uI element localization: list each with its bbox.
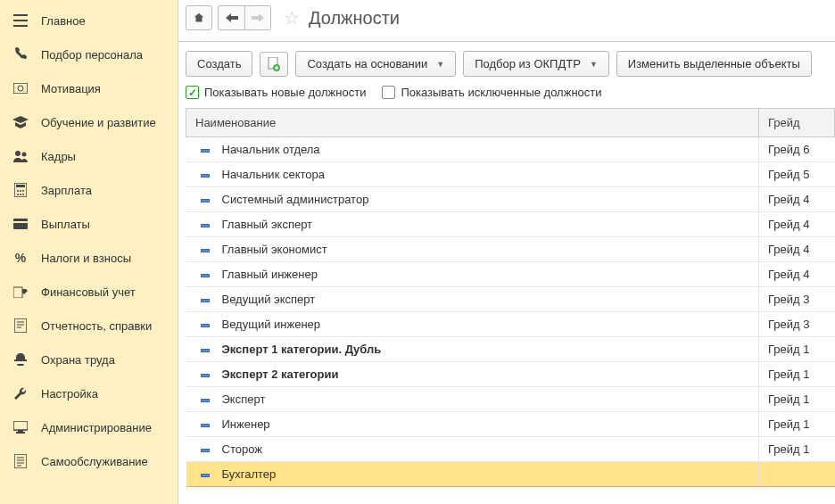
favorite-icon[interactable]: ☆: [284, 7, 300, 29]
row-marker-icon: [201, 249, 210, 252]
admin-icon: [12, 419, 29, 435]
percent-icon: %: [12, 250, 29, 266]
cell-grade: Грейд 3: [759, 312, 835, 337]
table-row[interactable]: Главный эксперт Грейд 4: [186, 212, 835, 237]
table-row[interactable]: Ведущий эксперт Грейд 3: [186, 287, 835, 312]
checkbox-icon: [382, 86, 395, 99]
create-copy-button[interactable]: [260, 52, 288, 77]
cell-name: Бухгалтер: [186, 462, 759, 487]
table-row[interactable]: Системный администратор Грейд 4: [186, 187, 835, 212]
table-row[interactable]: Начальник сектора Грейд 5: [186, 162, 835, 187]
checkbox-label: Показывать новые должности: [204, 86, 366, 99]
main-content: ☆ Должности Создать Создать на основании…: [178, 0, 835, 504]
row-marker-icon: [201, 399, 210, 402]
cell-name: Инженер: [186, 412, 759, 437]
table-row[interactable]: Инженер Грейд 1: [186, 412, 835, 437]
positions-table: Наименование Грейд Начальник отдела Грей…: [186, 109, 835, 487]
checkbox-label: Показывать исключенные должности: [401, 86, 601, 99]
toolbar: Создать Создать на основании ▼ Подбор из…: [178, 42, 835, 86]
svg-rect-18: [16, 432, 25, 434]
table-row[interactable]: Главный экономист Грейд 4: [186, 237, 835, 262]
sidebar-item-label: Обучение и развитие: [41, 116, 165, 129]
sidebar-item-label: Мотивация: [41, 82, 165, 95]
row-marker-icon: [201, 374, 210, 377]
cell-grade: Грейд 4: [759, 237, 835, 262]
create-button[interactable]: Создать: [186, 51, 252, 77]
calc-icon: [12, 182, 29, 198]
cell-name: Начальник сектора: [186, 162, 759, 187]
sidebar-item-6[interactable]: Выплаты: [0, 207, 178, 241]
table-row[interactable]: Главный инженер Грейд 4: [186, 262, 835, 287]
sidebar-item-8[interactable]: Финансовый учет: [0, 275, 178, 309]
finance-icon: [12, 284, 29, 300]
table-row[interactable]: Эксперт 1 категории. Дубль Грейд 1: [186, 337, 835, 362]
svg-rect-16: [13, 421, 28, 430]
svg-point-10: [20, 194, 21, 195]
cell-grade: [759, 462, 835, 487]
cell-grade: Грейд 1: [759, 362, 835, 387]
sidebar-item-4[interactable]: Кадры: [0, 139, 178, 173]
sidebar-item-label: Налоги и взносы: [41, 252, 165, 265]
sidebar-item-7[interactable]: % Налоги и взносы: [0, 241, 178, 275]
sidebar-item-11[interactable]: Настройка: [0, 376, 178, 410]
document-plus-icon: [268, 57, 280, 71]
show-excluded-checkbox[interactable]: Показывать исключенные должности: [382, 86, 601, 99]
svg-point-2: [15, 151, 21, 156]
row-marker-icon: [201, 274, 210, 277]
sidebar-item-0[interactable]: Главное: [0, 4, 178, 37]
table-row[interactable]: Сторож Грейд 1: [186, 437, 835, 462]
svg-rect-14: [13, 287, 22, 298]
sidebar-item-5[interactable]: Зарплата: [0, 173, 178, 207]
checkbox-icon: [186, 86, 199, 99]
sidebar-item-label: Самообслуживание: [41, 455, 165, 468]
cell-name: Главный эксперт: [186, 212, 759, 237]
table-row[interactable]: Начальник отдела Грейд 6: [186, 137, 835, 162]
nav-buttons: [218, 5, 271, 30]
row-marker-icon: [201, 174, 210, 178]
sidebar-item-10[interactable]: Охрана труда: [0, 343, 178, 376]
sidebar-item-13[interactable]: Самообслуживание: [0, 444, 178, 478]
change-selected-button[interactable]: Изменить выделенные объекты: [616, 51, 812, 77]
sidebar-item-label: Главное: [41, 14, 165, 28]
phone-icon: [12, 46, 29, 62]
cell-grade: Грейд 1: [759, 412, 835, 437]
column-header-grade[interactable]: Грейд: [759, 109, 835, 137]
back-button[interactable]: [218, 5, 244, 30]
svg-rect-19: [14, 454, 27, 468]
forward-button[interactable]: [244, 5, 271, 30]
positions-table-wrap: Наименование Грейд Начальник отдела Грей…: [186, 108, 835, 504]
cell-grade: Грейд 4: [759, 212, 835, 237]
table-row[interactable]: Ведущий инженер Грейд 3: [186, 312, 835, 337]
cell-name: Ведущий инженер: [186, 312, 759, 337]
show-new-checkbox[interactable]: Показывать новые должности: [186, 86, 366, 99]
cell-grade: Грейд 4: [759, 262, 835, 287]
table-row[interactable]: Бухгалтер: [186, 462, 835, 487]
cell-name: Главный инженер: [186, 262, 759, 287]
svg-point-7: [20, 190, 21, 192]
sidebar-item-label: Настройка: [41, 387, 165, 401]
self-icon: [12, 453, 29, 469]
table-row[interactable]: Эксперт 2 категории Грейд 1: [186, 362, 835, 387]
sidebar-item-3[interactable]: Обучение и развитие: [0, 105, 178, 139]
svg-rect-0: [13, 83, 28, 94]
sidebar-item-12[interactable]: Администрирование: [0, 410, 178, 444]
title-bar: ☆ Должности: [178, 0, 835, 42]
pick-button[interactable]: Подбор из ОКПДТР ▼: [463, 51, 609, 77]
sidebar-item-9[interactable]: Отчетность, справки: [0, 309, 178, 343]
cell-grade: Грейд 5: [759, 162, 835, 187]
wallet-icon: [12, 216, 29, 232]
cell-grade: Грейд 1: [759, 387, 835, 412]
filter-checkboxes: Показывать новые должности Показывать ис…: [178, 86, 835, 108]
svg-point-1: [18, 86, 23, 91]
sidebar-item-1[interactable]: Подбор персонала: [0, 37, 178, 71]
svg-rect-12: [13, 219, 28, 229]
chevron-down-icon: ▼: [590, 60, 598, 69]
home-button[interactable]: [186, 5, 212, 30]
column-header-name[interactable]: Наименование: [186, 109, 759, 137]
sidebar-item-2[interactable]: Мотивация: [0, 71, 178, 105]
chevron-down-icon: ▼: [436, 60, 444, 69]
table-row[interactable]: Эксперт Грейд 1: [186, 387, 835, 412]
arrow-right-icon: [252, 13, 264, 22]
create-based-button[interactable]: Создать на основании ▼: [295, 51, 456, 77]
cell-name: Главный экономист: [186, 237, 759, 262]
